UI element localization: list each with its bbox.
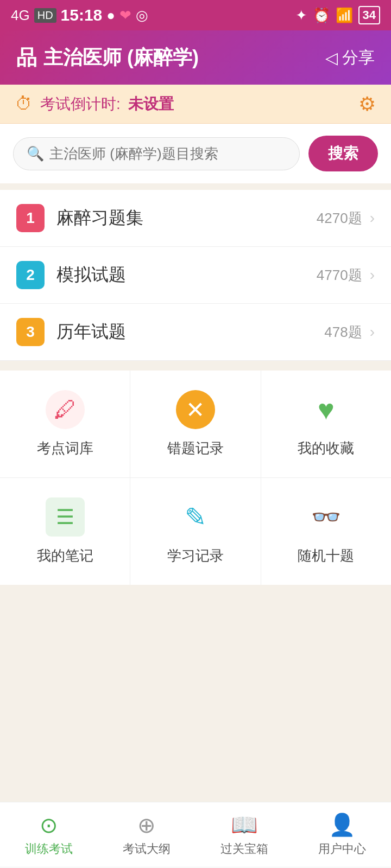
category-count-3: 478题	[324, 323, 362, 342]
app-logo-icon: 品	[16, 44, 37, 72]
outline-icon: ⊕	[137, 813, 156, 838]
empty-content-area	[0, 585, 391, 802]
grid-item-shoucang[interactable]: ♥ 我的收藏	[261, 371, 391, 477]
treasure-icon: 📖	[231, 812, 258, 838]
bottom-navigation: ⊙ 训练考试 ⊕ 考试大纲 📖 过关宝箱 👤 用户中心	[0, 802, 391, 867]
nav-label-user: 用户中心	[318, 841, 366, 857]
search-input[interactable]	[49, 145, 286, 162]
settings-gear-icon[interactable]: ⚙	[358, 93, 376, 116]
category-item-1[interactable]: 1 麻醉习题集 4270题 ›	[0, 190, 391, 247]
search-area: 🔍 搜索	[0, 124, 391, 183]
share-button[interactable]: ◁ 分享	[325, 47, 375, 69]
header-title-group: 品 主治医师 (麻醉学)	[16, 44, 199, 72]
xuexi-label: 学习记录	[167, 546, 224, 565]
cuoti-label: 错题记录	[167, 439, 224, 458]
category-count-2: 4770题	[317, 266, 362, 285]
countdown-label: 考试倒计时:	[40, 94, 121, 114]
page-title: 主治医师 (麻醉学)	[43, 44, 199, 71]
nav-label-outline: 考试大纲	[123, 841, 171, 857]
countdown-info: ⏱ 考试倒计时: 未设置	[15, 94, 174, 114]
shoucang-icon: ♥	[306, 390, 345, 429]
nav-item-outline[interactable]: ⊕ 考试大纲	[98, 813, 195, 857]
suiji-icon: 👓	[306, 497, 345, 537]
circle-icon: ◎	[136, 7, 148, 24]
grid-item-biji[interactable]: ☰ 我的笔记	[0, 478, 130, 585]
feature-grid: 🖊 考点词库 ✕ 错题记录 ♥ 我的收藏 ☰ 我的笔记 ✎ 学习记录 👓 随机十…	[0, 371, 391, 585]
cuoti-icon: ✕	[176, 390, 215, 429]
grid-row-1: 🖊 考点词库 ✕ 错题记录 ♥ 我的收藏	[0, 371, 391, 478]
page-header: 品 主治医师 (麻醉学) ◁ 分享	[0, 30, 391, 85]
countdown-bar: ⏱ 考试倒计时: 未设置 ⚙	[0, 85, 391, 124]
grid-item-xuexi[interactable]: ✎ 学习记录	[130, 478, 261, 585]
grid-row-2: ☰ 我的笔记 ✎ 学习记录 👓 随机十题	[0, 478, 391, 585]
train-icon: ⊙	[40, 813, 58, 838]
category-item-3[interactable]: 3 历年试题 478题 ›	[0, 304, 391, 361]
category-count-1: 4270题	[317, 209, 362, 228]
share-icon: ◁	[325, 48, 338, 67]
grid-item-cuoti[interactable]: ✕ 错题记录	[130, 371, 261, 477]
xuexi-icon: ✎	[176, 497, 215, 537]
shoucang-label: 我的收藏	[298, 439, 354, 458]
category-number-1: 1	[16, 204, 45, 232]
category-list: 1 麻醉习题集 4270题 › 2 模拟试题 4770题 › 3 历年试题 47…	[0, 190, 391, 361]
dot-icon: ●	[106, 7, 115, 24]
search-icon: 🔍	[27, 145, 44, 162]
search-button[interactable]: 搜索	[308, 136, 378, 171]
search-input-wrapper[interactable]: 🔍	[13, 137, 300, 170]
status-right: ✦ ⏰ 📶 34	[295, 6, 380, 24]
countdown-value: 未设置	[128, 94, 174, 114]
nav-item-treasure[interactable]: 📖 过关宝箱	[195, 812, 293, 857]
category-name-1: 麻醉习题集	[56, 206, 317, 230]
chevron-right-icon-2: ›	[370, 266, 375, 284]
grid-item-suiji[interactable]: 👓 随机十题	[261, 478, 391, 585]
nav-item-user[interactable]: 👤 用户中心	[293, 812, 391, 857]
biji-label: 我的笔记	[37, 546, 93, 565]
kaodian-icon: 🖊	[46, 390, 85, 429]
nav-label-treasure: 过关宝箱	[220, 841, 268, 857]
category-name-3: 历年试题	[56, 320, 324, 344]
share-label: 分享	[342, 47, 375, 69]
kaodian-label: 考点词库	[37, 439, 93, 458]
heart-icon: ❤	[119, 7, 131, 24]
category-number-2: 2	[16, 261, 45, 289]
wifi-icon: 📶	[336, 7, 353, 24]
signal-text: 4G	[11, 7, 30, 24]
clock-icon: ⏱	[15, 94, 33, 114]
grid-item-kaodian[interactable]: 🖊 考点词库	[0, 371, 130, 477]
category-name-2: 模拟试题	[56, 263, 317, 287]
category-number-3: 3	[16, 318, 45, 346]
suiji-label: 随机十题	[298, 546, 354, 565]
bluetooth-icon: ✦	[295, 7, 307, 24]
category-item-2[interactable]: 2 模拟试题 4770题 ›	[0, 247, 391, 304]
alarm-icon: ⏰	[313, 7, 330, 24]
biji-icon: ☰	[46, 497, 85, 537]
status-bar: 4G HD 15:18 ● ❤ ◎ ✦ ⏰ 📶 34	[0, 0, 391, 30]
nav-label-train: 训练考试	[25, 841, 73, 857]
battery-indicator: 34	[358, 6, 380, 24]
chevron-right-icon-3: ›	[370, 323, 375, 341]
status-left: 4G HD 15:18 ● ❤ ◎	[11, 6, 148, 24]
nav-item-train[interactable]: ⊙ 训练考试	[0, 813, 98, 857]
chevron-right-icon-1: ›	[370, 209, 375, 227]
hd-badge: HD	[34, 8, 56, 23]
user-icon: 👤	[329, 812, 356, 838]
time-display: 15:18	[61, 6, 103, 24]
